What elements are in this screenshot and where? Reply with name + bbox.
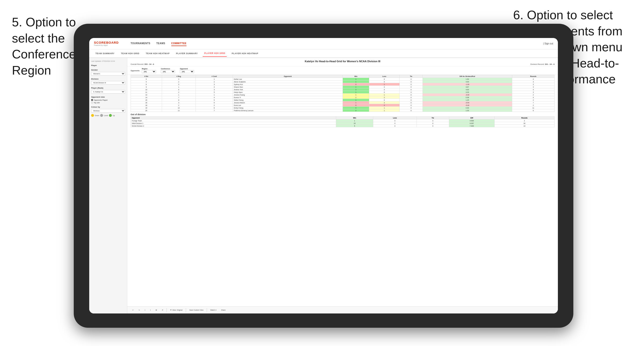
filter-groups: Region (All) Conference (All) xyxy=(142,68,194,73)
cell-reg: 2 xyxy=(162,91,196,94)
ood-cell-rounds: 2 xyxy=(494,119,554,122)
watch-btn[interactable]: Watch ▾ xyxy=(209,309,218,312)
content-area: Katelyn Vo Head-to-Head Grid for Women's… xyxy=(127,58,558,314)
cell-win: 1 xyxy=(343,80,369,83)
th-opponent: Opponent xyxy=(233,75,343,78)
cell-conf: 2 xyxy=(196,80,233,83)
cell-loss: 0 xyxy=(369,99,400,101)
cell-tie: 0 xyxy=(400,91,422,94)
player-rank-select[interactable]: 6. Katelyn Vo xyxy=(91,90,125,94)
content-title: Katelyn Vo Head-to-Head Grid for Women's… xyxy=(130,60,554,63)
cell-rounds: 2 xyxy=(512,94,554,96)
cell-div: 5 xyxy=(131,80,162,83)
division-record: Division Record: 331 - 34 - 6 xyxy=(530,63,554,65)
back-btn[interactable]: ⟨ xyxy=(143,309,147,312)
cell-div: 11 xyxy=(131,91,162,94)
ood-header-row: Opponent Win Loss Tie Diff Rounds xyxy=(131,117,554,119)
redo-btn[interactable]: ↪ xyxy=(137,309,141,312)
cell-conf: 4 xyxy=(196,96,233,99)
cell-conf: 1 xyxy=(196,78,233,80)
cell-div: 14 xyxy=(131,96,162,99)
nav-teams[interactable]: TEAMS xyxy=(156,41,165,46)
content-header: Katelyn Vo Head-to-Head Grid for Women's… xyxy=(127,58,558,66)
ood-cell-opponent: NAIA Division 1 xyxy=(131,122,336,125)
sub-nav-player-summary[interactable]: PLAYER SUMMARY xyxy=(174,50,199,56)
cell-reg: 11 xyxy=(162,109,196,112)
ood-cell-diff: 7.400 xyxy=(449,125,494,127)
out-of-division-table: Opponent Win Loss Tie Diff Rounds Foreig… xyxy=(130,116,554,127)
sub-nav-player-h2h-heatmap[interactable]: PLAYER H2H HEATMAP xyxy=(230,50,260,56)
th-win: Win xyxy=(343,75,369,78)
th-loss: Loss xyxy=(369,75,400,78)
radio-top100[interactable]: Top 100 xyxy=(91,102,125,104)
grid-btn[interactable]: ⊞ xyxy=(154,309,158,312)
cell-opponent: Euna Lee xyxy=(233,104,343,107)
cell-diff: 3.33 xyxy=(422,91,512,94)
colour-select[interactable]: Win/loss xyxy=(91,109,125,113)
legend-level-dot xyxy=(100,114,103,117)
opponent-filter-label: Opponent xyxy=(180,68,194,70)
cell-diff: 3.67 xyxy=(422,86,512,88)
nav-sign-out[interactable]: | Sign out xyxy=(543,42,553,45)
sub-nav-team-h2h-grid[interactable]: TEAM H2H GRID xyxy=(120,50,141,56)
cell-rounds: 3 xyxy=(512,80,554,83)
data-table-wrapper: # Div # Reg # Conf Opponent Win Loss Tie… xyxy=(127,75,558,306)
nav-committee[interactable]: COMMITTEE xyxy=(171,41,187,46)
cell-opponent: Sharon Mun xyxy=(233,86,343,88)
radio-dot-1 xyxy=(91,99,93,101)
table-row: 20 11 7 Federica Domecq Lacroze 2 1 0 1.… xyxy=(131,109,554,112)
region-select[interactable]: (All) xyxy=(142,70,156,73)
ood-cell-win: 1 xyxy=(336,119,373,122)
cell-loss: 1 xyxy=(369,109,400,112)
cell-reg: 1 xyxy=(162,86,196,88)
conference-select[interactable]: (All) xyxy=(161,70,175,73)
share-btn[interactable]: Share xyxy=(220,309,227,311)
radio-opponents-played[interactable]: Opponents Played xyxy=(91,99,125,101)
division-select[interactable]: NCAA Division III xyxy=(91,81,125,85)
sub-nav-player-h2h-grid[interactable]: PLAYER H2H GRID xyxy=(203,50,227,57)
table-row: 10 6 3 Andrea York 2 0 0 4.00 4 xyxy=(131,88,554,91)
ood-th-loss: Loss xyxy=(373,117,416,119)
refresh-btn[interactable]: ↺ xyxy=(160,309,165,312)
sidebar-gender-section: Gender Women's xyxy=(91,69,125,76)
sub-nav-team-h2h-heatmap[interactable]: TEAM H2H HEATMAP xyxy=(144,50,171,56)
ood-cell-loss: 0 xyxy=(373,122,416,125)
sub-nav-team-summary[interactable]: TEAM SUMMARY xyxy=(94,50,116,56)
cell-div: 10 xyxy=(131,88,162,91)
undo-btn[interactable]: ↩ xyxy=(131,309,135,312)
bottom-toolbar: ↩ ↪ ⟨ ⟩ ⊞ ↺ 👁 View: Original Save Custom… xyxy=(127,306,558,314)
legend-up-dot xyxy=(109,114,112,117)
cell-loss: 2 xyxy=(369,101,400,104)
cell-loss: 0 xyxy=(369,88,400,91)
sidebar-player-section: Player xyxy=(91,64,125,66)
logo: SCOREBOARD Powered by clippd xyxy=(94,41,119,46)
player-rank-label: Player (Rank) xyxy=(91,87,125,89)
division-label: Division xyxy=(91,78,125,80)
overall-record: Overall Record: 353 - 34 - 6 xyxy=(130,63,154,65)
opponent-select[interactable]: (All) xyxy=(180,70,194,73)
gender-select[interactable]: Women's xyxy=(91,72,125,76)
cell-reg: 1 xyxy=(162,94,196,96)
cell-opponent: Stella Cheng xyxy=(233,99,343,101)
forward-btn[interactable]: ⟩ xyxy=(149,309,152,312)
cell-conf: 5 xyxy=(196,91,233,94)
table-row: 9 1 4 Sharon Mun 1 0 0 3.67 3 xyxy=(131,86,554,88)
cell-opponent: Alexis Sudjianto xyxy=(233,80,343,83)
table-row: 6 3 3 Sydney Kuo 0 1 0 -1.00 3 xyxy=(131,83,554,86)
nav-tournaments[interactable]: TOURNAMENTS xyxy=(130,41,150,46)
cell-win: 0 xyxy=(343,83,369,86)
cell-div: 18 xyxy=(131,104,162,107)
ood-th-tie: Tie xyxy=(416,117,449,119)
cell-diff: -1.00 xyxy=(422,83,512,86)
cell-win: 1 xyxy=(343,78,369,80)
th-rounds: Rounds xyxy=(512,75,554,78)
save-custom-btn[interactable]: Save Custom View xyxy=(188,309,205,311)
ood-th-diff: Diff xyxy=(449,117,494,119)
cell-conf: 3 xyxy=(196,83,233,86)
cell-win: 1 xyxy=(343,99,369,101)
cell-win: 4 xyxy=(343,107,369,109)
cell-conf: 5 xyxy=(196,99,233,101)
table-row: 5 2 2 Alexis Sudjianto 1 0 0 4.00 3 xyxy=(131,80,554,83)
view-original-btn[interactable]: 👁 View: Original xyxy=(169,309,184,311)
cell-rounds: 6 xyxy=(512,109,554,112)
